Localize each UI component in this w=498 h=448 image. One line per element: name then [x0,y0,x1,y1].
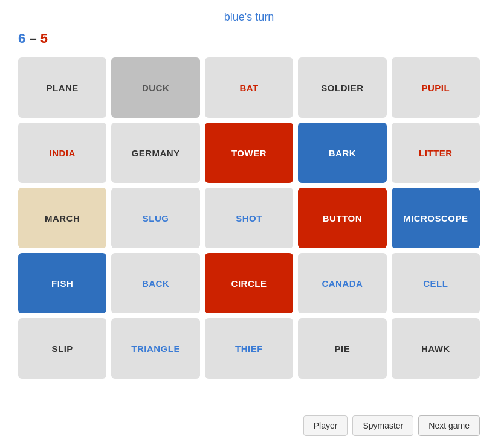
card-button[interactable]: BUTTON [298,188,386,248]
card-bat[interactable]: BAT [205,57,293,118]
player-button[interactable]: Player [303,415,348,436]
card-circle[interactable]: CIRCLE [205,253,293,313]
card-duck[interactable]: DUCK [111,57,199,118]
card-india[interactable]: INDIA [18,123,106,183]
card-thief[interactable]: THIEF [205,318,293,379]
spymaster-button[interactable]: Spymaster [352,415,413,436]
score-dash: – [29,31,40,46]
score-display: 6 – 5 [0,28,498,51]
card-germany[interactable]: GERMANY [111,123,199,183]
card-tower[interactable]: TOWER [205,123,293,183]
card-microscope[interactable]: MICROSCOPE [392,188,480,248]
turn-indicator: blue's turn [0,0,498,28]
word-grid: PLANEDUCKBATSOLDIERPUPILINDIAGERMANYTOWE… [0,51,498,385]
card-slip[interactable]: SLIP [18,318,106,379]
card-pupil[interactable]: PUPIL [392,57,480,118]
score-blue: 6 [18,31,25,46]
card-bark[interactable]: BARK [298,123,386,183]
card-triangle[interactable]: TRIANGLE [111,318,199,379]
card-hawk[interactable]: HAWK [392,318,480,379]
next-game-button[interactable]: Next game [418,415,480,436]
card-slug[interactable]: SLUG [111,188,199,248]
card-march[interactable]: MARCH [18,188,106,248]
card-shot[interactable]: SHOT [205,188,293,248]
score-red: 5 [40,31,48,46]
footer-controls: Player Spymaster Next game [303,415,480,436]
card-soldier[interactable]: SOLDIER [298,57,386,118]
card-litter[interactable]: LITTER [392,123,480,183]
card-plane[interactable]: PLANE [18,57,106,118]
card-canada[interactable]: CANADA [298,253,386,313]
card-fish[interactable]: FISH [18,253,106,313]
card-pie[interactable]: PIE [298,318,386,379]
card-back[interactable]: BACK [111,253,199,313]
card-cell[interactable]: CELL [392,253,480,313]
